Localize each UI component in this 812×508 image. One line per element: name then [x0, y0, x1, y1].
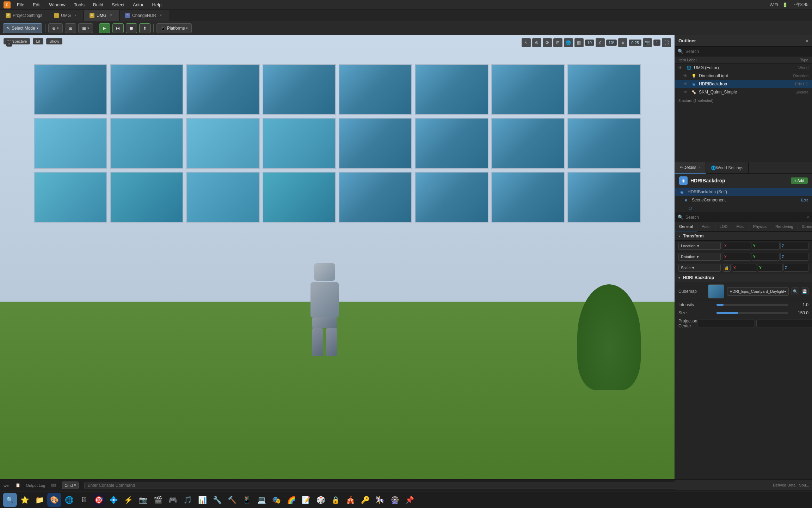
- dock-item-ps[interactable]: 🎨: [47, 493, 61, 507]
- rotate-tool-icon[interactable]: ⟳: [543, 38, 552, 47]
- tab-close-umg1[interactable]: ×: [73, 13, 78, 18]
- location-z-input[interactable]: 0.0: [780, 242, 808, 250]
- menu-window[interactable]: Window: [45, 1, 69, 8]
- tab-world-settings[interactable]: 🌐 World Settings: [706, 162, 749, 174]
- rotation-y-input[interactable]: 0.0°: [752, 253, 780, 261]
- eject-button[interactable]: ⬆: [139, 23, 150, 33]
- scale-x-input[interactable]: 1.0: [732, 264, 757, 272]
- rotation-x-input[interactable]: 0.0°: [723, 253, 751, 261]
- pause-button[interactable]: ⏭: [112, 23, 124, 33]
- dock-item-key[interactable]: 🔑: [358, 493, 372, 507]
- dock-item-blender[interactable]: 💠: [106, 493, 121, 507]
- add-component-button[interactable]: + Add: [791, 177, 808, 184]
- location-x-input[interactable]: 0.0: [723, 242, 751, 250]
- dock-item-dice[interactable]: 🎲: [314, 493, 328, 507]
- eye-icon-hdri[interactable]: 👁: [683, 82, 690, 86]
- filter-physics[interactable]: Physics: [749, 222, 771, 231]
- dock-item-stats[interactable]: 📊: [195, 493, 209, 507]
- hdri-section-header[interactable]: ▾ HDRI Backdrop: [675, 273, 812, 282]
- scale-y-input[interactable]: 1.0: [758, 264, 783, 272]
- transform-type-btn[interactable]: ⊞: [65, 23, 76, 33]
- component-self[interactable]: ◉ HDRIBackdrop (Self): [675, 188, 812, 196]
- filter-rendering[interactable]: Rendering: [771, 222, 798, 231]
- dock-item-ue[interactable]: 🎯: [92, 493, 106, 507]
- scale-z-input[interactable]: 1.0: [783, 264, 808, 272]
- stop-button[interactable]: ⏹: [126, 23, 137, 33]
- dock-item-laptop[interactable]: 💻: [254, 493, 269, 507]
- menu-actor[interactable]: Actor: [129, 1, 147, 8]
- dock-item-terminal[interactable]: 🖥: [77, 493, 91, 507]
- transform-section-header[interactable]: ▾ Transform: [675, 232, 812, 241]
- outliner-search-input[interactable]: [685, 49, 809, 54]
- select-mode-button[interactable]: ↖ Select Mode: [3, 23, 42, 33]
- viewport-close[interactable]: ×: [6, 41, 12, 47]
- menu-build[interactable]: Build: [90, 1, 107, 8]
- grid-icon[interactable]: ▦: [574, 38, 584, 47]
- eye-icon-dirlight[interactable]: 👁: [683, 74, 690, 78]
- component-scene[interactable]: ◈ SceneComponent Edit: [675, 196, 812, 204]
- dock-item-files[interactable]: 📁: [32, 493, 47, 507]
- dock-item-tools[interactable]: 🔧: [210, 493, 224, 507]
- outliner-item-hdri[interactable]: 👁 ◉ HDRIBackdrop Edit HD: [675, 80, 812, 88]
- eye-icon-quinn[interactable]: 👁: [683, 90, 690, 94]
- dock-item-wheel[interactable]: 🎡: [388, 493, 402, 507]
- scale-lock-icon[interactable]: 🔒: [723, 264, 731, 272]
- menu-select[interactable]: Select: [108, 1, 128, 8]
- filter-streaming[interactable]: Streaming: [798, 222, 812, 231]
- outliner-item-dirlight[interactable]: 👁 💡 DirectionalLight Direction: [675, 72, 812, 80]
- dock-item-pin[interactable]: 📌: [402, 493, 417, 507]
- dock-item-circus[interactable]: 🎪: [343, 493, 357, 507]
- details-tab-close[interactable]: ×: [699, 165, 701, 169]
- scale-icon[interactable]: ◈: [618, 38, 627, 47]
- filter-general[interactable]: General: [675, 222, 697, 231]
- camera-icon[interactable]: 📷: [643, 38, 652, 47]
- dock-item-notes[interactable]: 📝: [299, 493, 313, 507]
- size-slider[interactable]: [716, 312, 788, 314]
- eye-icon-umg[interactable]: 👁: [678, 66, 685, 70]
- platforms-button[interactable]: 📱 Platforms: [156, 23, 192, 33]
- dock-item-music[interactable]: 🎵: [180, 493, 195, 507]
- cubemap-save-icon[interactable]: 💾: [801, 288, 808, 295]
- dock-item-theatre[interactable]: 🎭: [269, 493, 283, 507]
- rotation-z-input[interactable]: 0.0°: [780, 253, 808, 261]
- transform-btn[interactable]: ⊕: [48, 23, 63, 33]
- dock-item-finder[interactable]: 🔍: [3, 493, 17, 507]
- scale-dropdown[interactable]: Scale ▾: [678, 264, 721, 272]
- location-dropdown[interactable]: Location ▾: [678, 242, 721, 250]
- proj-y-input[interactable]: 0.0: [756, 320, 812, 327]
- dock-item-build[interactable]: 🔨: [225, 493, 239, 507]
- rotation-dropdown[interactable]: Rotation ▾: [678, 253, 721, 261]
- menu-tools[interactable]: Tools: [70, 1, 88, 8]
- dock-item-lock[interactable]: 🔒: [328, 493, 343, 507]
- dock-item-maya[interactable]: ⚡: [121, 493, 135, 507]
- component-extra[interactable]: ⬡: [675, 204, 812, 212]
- details-search-clear[interactable]: ×: [806, 214, 809, 220]
- surface-btn[interactable]: ▦: [78, 23, 93, 33]
- filter-actor[interactable]: Actor: [697, 222, 715, 231]
- maximize-icon[interactable]: ⛶: [662, 38, 671, 47]
- output-log-label[interactable]: Output Log: [26, 483, 45, 488]
- show-button[interactable]: Show: [46, 38, 62, 44]
- menu-file[interactable]: File: [13, 1, 28, 8]
- details-search-input[interactable]: [685, 215, 804, 220]
- tab-details[interactable]: ✏ Details ×: [675, 162, 706, 174]
- dock-item-premiere[interactable]: 🎬: [151, 493, 165, 507]
- dock-item-carousel[interactable]: 🎠: [373, 493, 387, 507]
- select-tool-icon[interactable]: ↖: [522, 38, 531, 47]
- location-y-input[interactable]: 0.0: [752, 242, 780, 250]
- tab-close-changehdr[interactable]: ×: [158, 13, 163, 18]
- dock-item-launchpad[interactable]: ⭐: [18, 493, 32, 507]
- play-button[interactable]: ▶: [99, 23, 110, 33]
- intensity-slider[interactable]: [716, 304, 788, 306]
- move-tool-icon[interactable]: ⊕: [532, 38, 541, 47]
- tab-changehdr[interactable]: C ChangeHDR ×: [119, 10, 169, 21]
- cubemap-browse-icon[interactable]: 🔍: [792, 288, 799, 295]
- tab-close-umg2[interactable]: ×: [109, 13, 113, 18]
- tab-project-settings[interactable]: ⚙ Project Settings: [0, 10, 48, 21]
- dock-item-mobile[interactable]: 📱: [240, 493, 254, 507]
- filter-misc[interactable]: Misc: [732, 222, 749, 231]
- tab-umg-2[interactable]: U UMG ×: [84, 10, 119, 21]
- angle-icon[interactable]: ∠: [596, 38, 605, 47]
- cmd-dropdown[interactable]: Cmd ▾: [62, 482, 79, 489]
- dock-item-chrome[interactable]: 🌐: [62, 493, 76, 507]
